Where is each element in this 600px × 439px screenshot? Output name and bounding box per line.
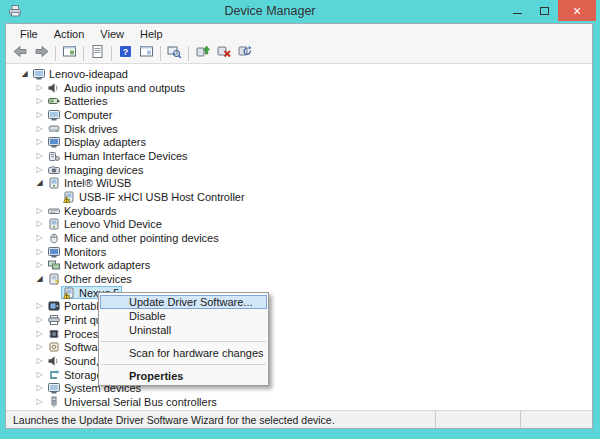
update-driver-button[interactable] [192,44,213,63]
export-list-button[interactable] [87,44,108,63]
expander-collapsed-icon[interactable]: ▷ [33,166,46,174]
forward-arrow-button[interactable] [31,44,52,63]
tree-item[interactable]: ◢?Other devices [6,272,592,286]
expander-collapsed-icon[interactable]: ▷ [33,125,46,133]
show-action-pane-button[interactable] [136,44,157,63]
tree-item[interactable]: ▷Disk drives [6,122,592,136]
tree-item[interactable]: ◢Lenovo-ideapad [6,67,592,81]
tree-item-label: Human Interface Devices [64,150,188,162]
context-menu-item[interactable]: Scan for hardware changes [100,346,267,360]
tree-item[interactable]: ▷Mice and other pointing devices [6,231,592,245]
tree-item-label: Imaging devices [64,164,144,176]
softdev-icon [48,341,60,353]
tree-item[interactable]: ▷Human Interface Devices [6,149,592,163]
context-menu: Update Driver Software...DisableUninstal… [98,292,269,386]
context-menu-item[interactable]: Uninstall [100,323,267,337]
network-icon [48,259,60,271]
tree-item[interactable]: ◢Intel® WiUSB [6,176,592,190]
tree-item[interactable]: ▷Print queues [6,313,592,327]
expander-collapsed-icon[interactable]: ▷ [33,138,46,146]
tree-item[interactable]: ▷Computer [6,108,592,122]
expander-expanded-icon[interactable]: ◢ [33,179,46,187]
context-menu-item[interactable]: Properties [100,369,267,383]
generic-icon [48,177,60,189]
tree-item-label: Disk drives [64,123,118,135]
expander-collapsed-icon[interactable]: ▷ [33,111,46,119]
help-icon: ? [118,44,133,63]
maximize-button[interactable] [531,0,558,21]
show-console-tree-icon [62,44,77,63]
expander-collapsed-icon[interactable]: ▷ [33,398,46,406]
tree-item[interactable]: ▷Sound, video and game controllers [6,354,592,368]
tree-item-label: Network adapters [64,259,150,271]
tree-item[interactable]: ▷Software devices [6,340,592,354]
menu-item-help[interactable]: Help [132,26,171,42]
expander-collapsed-icon[interactable]: ▷ [33,316,46,324]
window-controls: × [504,0,596,21]
expander-collapsed-icon[interactable]: ▷ [33,97,46,105]
tree-item[interactable]: ▷Display adapters [6,135,592,149]
tree-item-label: Intel® WiUSB [64,177,131,189]
scan-hardware-button[interactable] [234,44,255,63]
display-icon [48,246,60,258]
expander-collapsed-icon[interactable]: ▷ [33,330,46,338]
tree-item-label: Universal Serial Bus controllers [64,396,217,408]
tree-item[interactable]: Nexus 5 [6,286,592,300]
menu-item-view[interactable]: View [92,26,132,42]
close-button[interactable]: × [558,0,596,21]
tree-item[interactable]: ▷Imaging devices [6,163,592,177]
menu-item-action[interactable]: Action [46,26,93,42]
back-arrow-button[interactable] [10,44,31,63]
tree-item-label: Lenovo Vhid Device [64,218,162,230]
svg-text:?: ? [123,47,129,57]
expander-collapsed-icon[interactable]: ▷ [33,261,46,269]
tree-item[interactable]: ▷Storage controllers [6,368,592,382]
tree-item[interactable]: ▷Universal Serial Bus controllers [6,395,592,409]
expander-collapsed-icon[interactable]: ▷ [33,384,46,392]
tree-node: Disk drives [46,122,121,135]
tree-item-label: USB-IF xHCI USB Host Controller [79,191,245,203]
toolbar-separator [83,46,84,61]
keyboard-icon [48,205,60,217]
expander-collapsed-icon[interactable]: ▷ [33,207,46,215]
tree-item[interactable]: ▷Network adapters [6,258,592,272]
show-console-tree-button[interactable] [59,44,80,63]
expander-collapsed-icon[interactable]: ▷ [33,234,46,242]
expander-collapsed-icon[interactable]: ▷ [33,248,46,256]
context-menu-item[interactable]: Update Driver Software... [100,295,267,309]
export-list-icon [90,44,105,63]
titlebar[interactable]: Device Manager × [0,0,600,23]
context-menu-item[interactable]: Disable [100,309,267,323]
disable-device-icon [216,44,231,63]
expander-collapsed-icon[interactable]: ▷ [33,152,46,160]
tree-node: Mice and other pointing devices [46,231,222,244]
tree-item[interactable]: ▷Lenovo Vhid Device [6,217,592,231]
expander-collapsed-icon[interactable]: ▷ [33,371,46,379]
search-computer-button[interactable] [164,44,185,63]
tree-node: Imaging devices [46,163,147,176]
tree-item[interactable]: ▷Portable Devices [6,299,592,313]
tree-item[interactable]: ▷Audio inputs and outputs [6,81,592,95]
tree-item[interactable]: ▷Monitors [6,245,592,259]
tree-item[interactable]: USB-IF xHCI USB Host Controller [6,190,592,204]
back-arrow-icon [13,44,28,63]
minimize-button[interactable] [504,0,531,21]
expander-expanded-icon[interactable]: ◢ [33,275,46,283]
tree-node: Human Interface Devices [46,149,191,162]
tree-item[interactable]: ▷Batteries [6,94,592,108]
disable-device-button[interactable] [213,44,234,63]
tree-item[interactable]: ▷System devices [6,381,592,395]
expander-collapsed-icon[interactable]: ▷ [33,84,46,92]
chip-icon [48,328,60,340]
tree-item[interactable]: ▷Processors [6,327,592,341]
generic-icon-warning [63,287,75,299]
expander-expanded-icon[interactable]: ◢ [18,70,31,78]
menu-item-file[interactable]: File [12,26,46,42]
help-button[interactable]: ? [115,44,136,63]
expander-collapsed-icon[interactable]: ▷ [33,343,46,351]
expander-collapsed-icon[interactable]: ▷ [33,220,46,228]
expander-collapsed-icon[interactable]: ▷ [33,302,46,310]
tree-item-label: Keyboards [64,205,117,217]
tree-item[interactable]: ▷Keyboards [6,204,592,218]
expander-collapsed-icon[interactable]: ▷ [33,357,46,365]
